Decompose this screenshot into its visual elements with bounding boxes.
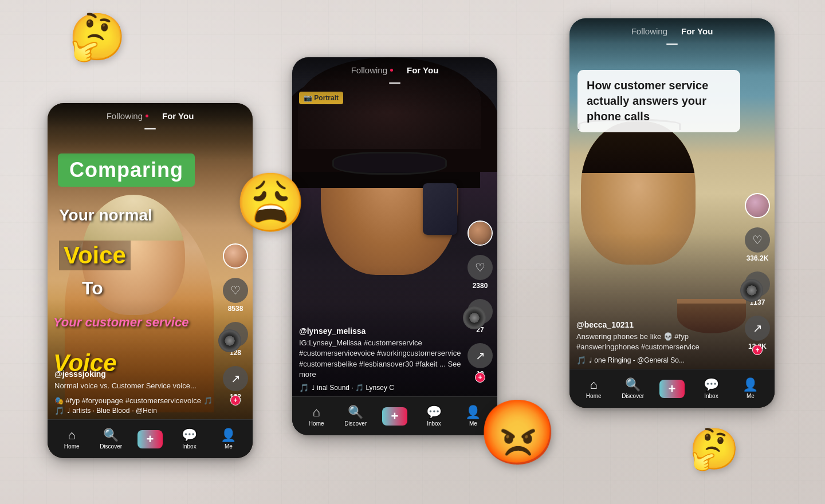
phone-3-nav-inbox[interactable]: 💬 Inbox bbox=[692, 379, 730, 399]
phone-3-for-you-tab[interactable]: For You bbox=[681, 26, 713, 36]
phone-2-phone-in-hand bbox=[423, 183, 457, 235]
phone-2-music-icon: 🎵 bbox=[299, 383, 309, 392]
phone-1-screen: Following For You Comparing Your normal … bbox=[48, 103, 253, 458]
phone-1-user-handle[interactable]: @jesssjoking bbox=[54, 369, 218, 379]
phone-1-create-button[interactable]: + bbox=[138, 430, 163, 448]
phone-1-to-text: To bbox=[82, 278, 103, 299]
phone-2-for-you-tab[interactable]: For You bbox=[407, 65, 438, 75]
phone-3-bottom-info: @becca_10211 Answering phones be like 💀 … bbox=[576, 320, 740, 365]
phone-2-following-tab[interactable]: Following bbox=[351, 65, 393, 75]
emoji-thinking-top-left: 🤔 bbox=[69, 10, 126, 64]
phone-2-follow-plus[interactable]: + bbox=[475, 372, 485, 383]
phone-3-song-text: ♩ one Ringing - @General So... bbox=[589, 356, 685, 364]
phone-2-nav-create[interactable]: + bbox=[375, 407, 414, 426]
phone-3-screen: Following For You How customer service a… bbox=[569, 18, 775, 408]
phone-2-screen: Following For You 📷 Portrait + bbox=[292, 57, 497, 435]
phone-1-discover-icon: 🔍 bbox=[103, 429, 119, 442]
phone-2-inbox-label: Inbox bbox=[427, 420, 441, 427]
phone-3-person-face bbox=[581, 121, 696, 265]
phone-screen-1: Following For You Comparing Your normal … bbox=[48, 103, 253, 458]
phone-1-share-icon: ↗ bbox=[223, 366, 248, 391]
phone-3-caption-title: How customer service actually answers yo… bbox=[578, 70, 740, 132]
emoji-worried: 😩 bbox=[235, 169, 307, 237]
phone-1-avatar bbox=[223, 243, 248, 269]
phone-2-me-label: Me bbox=[469, 420, 477, 427]
phone-1-song-text: ♩ artists · Blue Blood - @Hein bbox=[67, 407, 157, 415]
phone-1-follow-plus[interactable]: + bbox=[230, 395, 241, 405]
phone-3-song-info: 🎵 ♩ one Ringing - @General So... bbox=[576, 356, 740, 365]
phone-1-nav-home[interactable]: ⌂ Home bbox=[52, 429, 91, 450]
phone-1-inbox-label: Inbox bbox=[182, 443, 196, 450]
phone-1-discover-label: Discover bbox=[100, 443, 122, 450]
phone-2-bottom-nav: ⌂ Home 🔍 Discover + 💬 Inbox 👤 Me bbox=[292, 396, 497, 435]
phone-2-action-bar: + ♡ 2380 ··· 27 ↗ 13 bbox=[467, 220, 493, 378]
phone-1-your-normal-text: Your normal bbox=[59, 206, 218, 225]
phone-2-following-dot bbox=[390, 69, 393, 72]
phone-3-vinyl bbox=[740, 279, 763, 302]
scene: 🤔 😩 😡 🤔 Following bbox=[0, 0, 825, 504]
phone-1-nav-create[interactable]: + bbox=[131, 430, 170, 448]
phone-3-following-tab[interactable]: Following bbox=[631, 26, 667, 36]
phone-3-like-count: 336.2K bbox=[747, 254, 769, 262]
phone-1-bottom-info: @jesssjoking Normal voice vs. Customer S… bbox=[54, 369, 218, 415]
phone-3-discover-label: Discover bbox=[622, 393, 644, 399]
phone-2-heart-icon: ♡ bbox=[467, 255, 493, 280]
phone-3-inbox-icon: 💬 bbox=[704, 379, 719, 391]
phone-screen-2: Following For You 📷 Portrait + bbox=[292, 57, 497, 435]
phone-1-music-icon: 🎵 bbox=[54, 406, 64, 415]
phone-3-nav-create[interactable]: + bbox=[653, 380, 692, 398]
phone-2-home-icon: ⌂ bbox=[313, 406, 320, 419]
phone-2-create-button[interactable]: + bbox=[382, 407, 408, 426]
phone-1-caption: Normal voice vs. Customer Service voice.… bbox=[54, 381, 218, 391]
phone-2-song-info: 🎵 ♩ inal Sound · 🎵 Lynsey C bbox=[299, 383, 463, 392]
phone-2-like-button[interactable]: ♡ 2380 bbox=[467, 255, 493, 290]
phone-3-share-icon: ↗ bbox=[745, 316, 770, 341]
phone-3-discover-icon: 🔍 bbox=[625, 379, 641, 391]
phone-3-home-label: Home bbox=[586, 393, 602, 399]
phone-1-for-you-underline bbox=[144, 128, 156, 129]
phone-2-caption: IG:Lynsey_Melissa #customerservice #cust… bbox=[299, 338, 463, 380]
phone-3-follow-plus[interactable]: + bbox=[752, 345, 763, 355]
phone-3-like-button[interactable]: ♡ 336.2K bbox=[745, 227, 770, 262]
phone-2-nav-discover[interactable]: 🔍 Discover bbox=[336, 406, 375, 427]
phone-2-user-handle[interactable]: @lynsey_melissa bbox=[299, 326, 463, 336]
phone-1-for-you-tab[interactable]: For You bbox=[162, 111, 194, 121]
phone-3-avatar-item[interactable]: + bbox=[745, 193, 770, 218]
phone-3-nav-discover[interactable]: 🔍 Discover bbox=[613, 379, 652, 399]
phone-1-like-button[interactable]: ♡ 8538 bbox=[223, 278, 248, 313]
phone-2-nav-home[interactable]: ⌂ Home bbox=[297, 406, 336, 427]
phone-1-nav-inbox[interactable]: 💬 Inbox bbox=[170, 429, 209, 450]
phone-3-inbox-label: Inbox bbox=[704, 393, 718, 399]
phone-3-me-label: Me bbox=[747, 393, 755, 399]
phone-2-home-label: Home bbox=[309, 420, 324, 427]
phone-1-action-bar: + ♡ 8538 ··· 128 ↗ 132 bbox=[223, 243, 248, 401]
phone-3-bottom-nav: ⌂ Home 🔍 Discover + 💬 Inbox 👤 Me bbox=[569, 369, 775, 408]
phone-1-customer-service-text: Your customer service bbox=[53, 315, 218, 330]
phone-2-portrait-badge: 📷 Portrait bbox=[299, 92, 343, 104]
phone-3-music-icon: 🎵 bbox=[576, 356, 586, 365]
phone-3-user-handle[interactable]: @becca_10211 bbox=[576, 320, 740, 329]
phone-1-me-label: Me bbox=[225, 443, 233, 450]
phone-3-nav-me[interactable]: 👤 Me bbox=[731, 379, 770, 399]
phone-2-discover-label: Discover bbox=[344, 420, 367, 427]
phone-3-nav-home[interactable]: ⌂ Home bbox=[574, 379, 613, 399]
phone-1-inbox-icon: 💬 bbox=[182, 429, 197, 442]
phone-1-vinyl bbox=[218, 329, 241, 352]
phone-1-nav-discover[interactable]: 🔍 Discover bbox=[91, 429, 130, 450]
phone-3-me-icon: 👤 bbox=[742, 379, 758, 391]
phone-3-create-button[interactable]: + bbox=[659, 380, 685, 398]
phone-3-action-bar: + ♡ 336.2K ··· 1137 ↗ 13.8K bbox=[745, 193, 770, 351]
phone-1-following-tab[interactable]: Following bbox=[107, 111, 148, 121]
phone-3-for-you-underline bbox=[666, 44, 678, 45]
phone-1-avatar-item[interactable]: + bbox=[223, 243, 248, 269]
phone-1-song-info: 🎵 ♩ artists · Blue Blood - @Hein bbox=[54, 406, 218, 415]
phone-1-me-icon: 👤 bbox=[221, 429, 236, 442]
phone-2-top-nav: Following For You bbox=[292, 57, 497, 82]
phone-3-top-nav: Following For You bbox=[569, 18, 775, 44]
phone-1-voice-text: Voice bbox=[59, 241, 131, 270]
phone-2-nav-inbox[interactable]: 💬 Inbox bbox=[414, 406, 453, 427]
phone-2-song-text: ♩ inal Sound · 🎵 Lynsey C bbox=[312, 384, 394, 392]
phone-1-nav-me[interactable]: 👤 Me bbox=[209, 429, 248, 450]
phone-2-avatar-item[interactable]: + bbox=[467, 220, 493, 246]
phone-1-comparing-label: Comparing bbox=[58, 153, 195, 187]
